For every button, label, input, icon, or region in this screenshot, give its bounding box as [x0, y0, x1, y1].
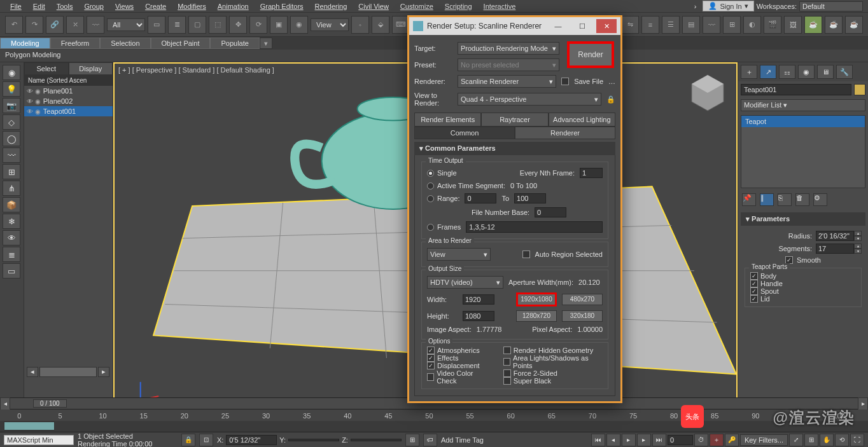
menu-civilview[interactable]: Civil View: [353, 1, 393, 11]
configure-modifier-icon[interactable]: ⚙: [813, 193, 827, 206]
atmospherics-checkbox[interactable]: ✓: [427, 347, 435, 354]
grid-toggle-icon[interactable]: ⊞: [405, 434, 419, 446]
link-button[interactable]: 🔗: [46, 16, 64, 34]
frames-radio[interactable]: Frames: [427, 223, 461, 231]
timeline-preview-thumb[interactable]: [4, 422, 55, 430]
current-time-field[interactable]: [668, 435, 693, 445]
visibility-icon[interactable]: 👁 ◉: [27, 108, 41, 115]
workspace-combo[interactable]: Default: [799, 1, 863, 11]
display-panel-icon[interactable]: 🖥: [817, 65, 834, 79]
pan-icon[interactable]: ✋: [820, 434, 834, 446]
manipulate-button[interactable]: ⬙: [372, 16, 389, 34]
lid-checkbox[interactable]: ✓: [750, 295, 758, 303]
unlink-button[interactable]: ⤫: [66, 16, 84, 34]
layers-button[interactable]: ☰: [662, 16, 680, 34]
helpers-icon[interactable]: ◇: [3, 114, 20, 130]
redo-button[interactable]: ↷: [25, 16, 43, 34]
make-unique-icon[interactable]: ⎘: [778, 193, 792, 206]
selection-filter-combo[interactable]: All: [107, 18, 145, 31]
lights-icon[interactable]: 💡: [3, 81, 20, 97]
dialog-titlebar[interactable]: Render Setup: Scanline Renderer — ☐ ✕: [409, 17, 620, 35]
remove-modifier-icon[interactable]: 🗑: [795, 193, 809, 206]
refcoord-combo[interactable]: View: [311, 18, 349, 31]
show-end-result-icon[interactable]: ∥: [760, 193, 774, 206]
rect-region-button[interactable]: ▢: [188, 16, 206, 34]
maximize-viewport-icon[interactable]: ⛶: [850, 434, 864, 446]
scene-tab-select[interactable]: Select: [24, 62, 69, 75]
scene-row-plane002[interactable]: 👁 ◉ Plane002: [24, 96, 113, 106]
viewtorender-combo[interactable]: Quad 4 - Perspective▾: [458, 93, 601, 106]
curve-editor-button[interactable]: 〰: [703, 16, 720, 34]
chevron-right-icon[interactable]: ›: [690, 3, 701, 10]
render-hidden-checkbox[interactable]: [503, 347, 511, 354]
current-frame-label[interactable]: 0 / 100: [33, 399, 67, 408]
savefile-checkbox[interactable]: [561, 78, 569, 85]
displacement-checkbox[interactable]: ✓: [427, 362, 435, 369]
visibility-icon[interactable]: 👁 ◉: [27, 88, 41, 95]
scene-row-plane001[interactable]: 👁 ◉ Plane001: [24, 86, 113, 96]
ribbon-arrow-icon[interactable]: ▾: [260, 38, 272, 49]
frames-field[interactable]: [466, 221, 603, 233]
material-editor-button[interactable]: ◐: [743, 16, 761, 34]
super-black-checkbox[interactable]: [503, 377, 511, 385]
viewcube[interactable]: [685, 70, 730, 114]
zoom-extents-icon[interactable]: ⤢: [789, 434, 803, 446]
range-to-spinner[interactable]: [514, 193, 546, 203]
file-number-base-spinner[interactable]: [535, 207, 566, 217]
body-checkbox[interactable]: ✓: [750, 272, 758, 280]
object-name-field[interactable]: [741, 84, 851, 95]
video-color-check-checkbox[interactable]: [427, 373, 434, 381]
common-params-header[interactable]: ▾ Common Parameters: [414, 142, 615, 155]
motion-panel-icon[interactable]: ◉: [798, 65, 815, 79]
window-crossing-button[interactable]: ⬚: [209, 16, 227, 34]
y-field[interactable]: [288, 439, 339, 441]
modifier-list-combo[interactable]: Modifier List ▾: [741, 99, 865, 111]
x-field[interactable]: 0'5 12/32": [226, 435, 277, 445]
scene-tab-display[interactable]: Display: [69, 62, 113, 75]
bind-spacewarp-button[interactable]: 〰: [87, 16, 104, 34]
scene-column-header[interactable]: Name (Sorted Ascen: [24, 75, 113, 86]
add-time-tag-button[interactable]: Add Time Tag: [441, 436, 484, 444]
ribbon-tab-populate[interactable]: Populate: [210, 38, 259, 49]
range-from-spinner[interactable]: [465, 193, 496, 203]
preset-480x270-button[interactable]: 480x270: [562, 294, 603, 305]
maxscript-listener[interactable]: MAXScript Min: [4, 435, 74, 445]
auto-key-icon[interactable]: 🔑: [725, 434, 739, 446]
scroll-left-icon[interactable]: ◂: [27, 367, 38, 377]
tab-renderer[interactable]: Renderer: [515, 127, 615, 139]
pin-stack-icon[interactable]: 📌: [742, 193, 756, 206]
display-none-icon[interactable]: ▭: [3, 263, 20, 279]
auto-region-checkbox[interactable]: [522, 251, 530, 258]
handle-checkbox[interactable]: ✓: [750, 280, 758, 287]
renderer-combo[interactable]: Scanline Renderer▾: [458, 75, 556, 88]
radius-spinner[interactable]: ▴▾: [816, 231, 862, 241]
tab-raytracer[interactable]: Raytracer: [481, 113, 548, 127]
force-2sided-checkbox[interactable]: [503, 369, 511, 377]
minimize-button[interactable]: —: [548, 19, 568, 33]
set-key-icon[interactable]: ＋: [710, 434, 724, 446]
menu-customize[interactable]: Customize: [395, 1, 438, 11]
menu-views[interactable]: Views: [110, 1, 139, 11]
menu-interactive[interactable]: Interactive: [479, 1, 521, 11]
pivot-button[interactable]: ◦: [351, 16, 369, 34]
maximize-button[interactable]: ☐: [572, 19, 592, 33]
savefile-browse-icon[interactable]: …: [608, 78, 615, 85]
preset-320x180-button[interactable]: 320x180: [562, 310, 603, 322]
render-button[interactable]: Render: [567, 41, 614, 68]
zoom-all-icon[interactable]: ⊞: [804, 434, 818, 446]
height-spinner[interactable]: [463, 311, 494, 321]
undo-button[interactable]: ↶: [5, 16, 23, 34]
spacewarps-icon[interactable]: 〰: [3, 148, 20, 163]
customize-icon[interactable]: ≣: [3, 247, 20, 262]
modifier-stack[interactable]: Teapot: [741, 115, 865, 188]
time-config-icon[interactable]: ⏱: [694, 434, 708, 446]
preset-combo[interactable]: No preset selected▾: [458, 58, 559, 71]
range-radio[interactable]: Range:: [427, 195, 459, 202]
ribbon-tab-selection[interactable]: Selection: [100, 38, 150, 49]
orbit-icon[interactable]: ⟲: [835, 434, 849, 446]
render-iterative-button[interactable]: ☕: [825, 16, 843, 34]
spout-checkbox[interactable]: ✓: [750, 287, 758, 295]
tab-renderelements[interactable]: Render Elements: [414, 113, 481, 127]
width-spinner[interactable]: [463, 294, 494, 305]
single-radio[interactable]: Single: [427, 169, 457, 177]
